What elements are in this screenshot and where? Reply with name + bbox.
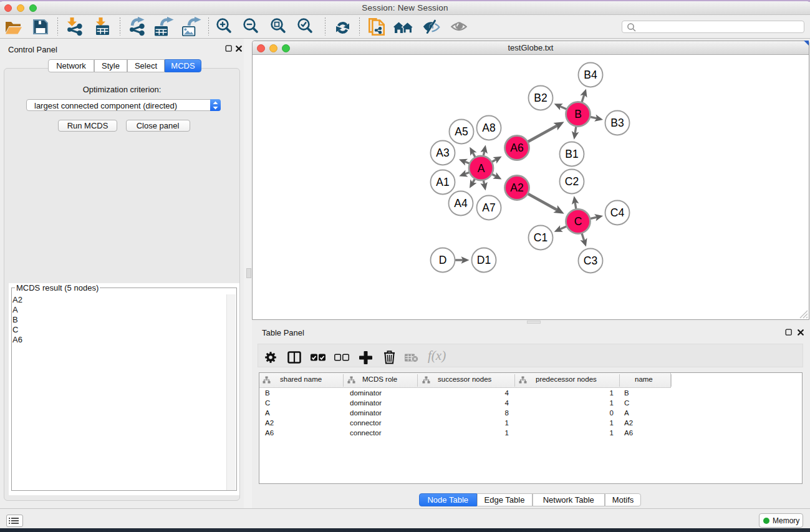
svg-text:D: D xyxy=(439,254,447,266)
svg-text:A5: A5 xyxy=(455,125,468,138)
svg-text:A8: A8 xyxy=(482,122,495,134)
svg-text:B3: B3 xyxy=(610,117,624,129)
svg-text:A4: A4 xyxy=(454,197,468,210)
svg-text:A: A xyxy=(478,162,485,175)
svg-text:A7: A7 xyxy=(482,201,495,214)
svg-text:B2: B2 xyxy=(534,92,547,104)
svg-text:A3: A3 xyxy=(436,147,449,159)
svg-text:C2: C2 xyxy=(565,175,579,188)
svg-text:A2: A2 xyxy=(510,181,523,194)
svg-text:C3: C3 xyxy=(584,254,597,267)
svg-text:A1: A1 xyxy=(436,176,449,188)
svg-text:C4: C4 xyxy=(610,206,625,219)
svg-text:B4: B4 xyxy=(584,69,597,81)
svg-text:C: C xyxy=(574,215,582,228)
svg-text:B: B xyxy=(574,108,582,120)
svg-text:B1: B1 xyxy=(565,148,578,160)
svg-text:C1: C1 xyxy=(534,231,547,244)
svg-text:A6: A6 xyxy=(510,142,523,154)
svg-text:D1: D1 xyxy=(477,254,491,266)
